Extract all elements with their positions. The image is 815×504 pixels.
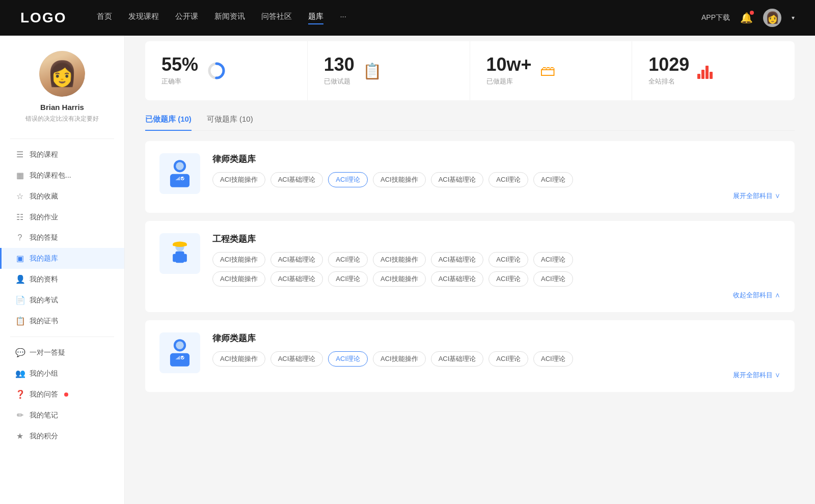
- list-icon: 📋: [363, 62, 382, 80]
- notification-bell[interactable]: 🔔: [740, 12, 753, 24]
- tag-eng-11[interactable]: ACI基础理论: [431, 271, 484, 287]
- nav-open-courses[interactable]: 公开课: [175, 12, 198, 24]
- tag-lawyer2-1[interactable]: ACI基础理论: [270, 351, 323, 367]
- nav-qa[interactable]: 问答社区: [261, 12, 292, 24]
- sidebar-item-groups[interactable]: 👥 我的小组: [0, 363, 124, 384]
- bank-tags-lawyer-2: ACI技能操作 ACI基础理论 ACI理论 ACI技能操作 ACI基础理论 AC…: [212, 351, 780, 367]
- nav-home[interactable]: 首页: [97, 12, 112, 24]
- bank-content-engineer: 工程类题库 ACI技能操作 ACI基础理论 ACI理论 ACI技能操作 ACI基…: [212, 233, 780, 300]
- tag-lawyer2-5[interactable]: ACI理论: [488, 351, 528, 367]
- tag-eng-1[interactable]: ACI基础理论: [270, 252, 323, 267]
- stats-row: 55% 正确率 130 已做试题 📋 10w+ 已做题库: [145, 41, 795, 100]
- question-bank-icon: ▣: [15, 254, 24, 263]
- bank-icon-lawyer-1: [159, 153, 200, 194]
- nav-discover[interactable]: 发现课程: [128, 12, 159, 24]
- svg-point-14: [176, 341, 184, 349]
- svg-rect-11: [183, 254, 187, 262]
- bar-chart-icon: [697, 63, 713, 79]
- tag-eng-0[interactable]: ACI技能操作: [212, 252, 265, 267]
- tag-eng-9[interactable]: ACI理论: [328, 271, 368, 287]
- homework-icon: ☷: [15, 212, 24, 222]
- stat-accuracy: 55% 正确率: [145, 41, 308, 100]
- sidebar-item-question-bank[interactable]: ▣ 我的题库: [0, 248, 124, 269]
- tag-lawyer1-6[interactable]: ACI理论: [533, 172, 573, 187]
- my-questions-icon: ❓: [15, 389, 24, 399]
- one-on-one-icon: 💬: [15, 348, 24, 357]
- bank-icon-lawyer-2: [159, 332, 200, 373]
- tag-lawyer2-3[interactable]: ACI技能操作: [373, 351, 426, 367]
- main-content: 我的题库 体验剩余23天！ 55% 正确率 130 已做试题 📋: [125, 0, 815, 415]
- tag-eng-13[interactable]: ACI理论: [533, 271, 573, 287]
- tag-lawyer1-3[interactable]: ACI技能操作: [373, 172, 426, 187]
- sidebar: 👩 Brian Harris 错误的决定比没有决定要好 ☰ 我的课程 ▦ 我的课…: [0, 36, 125, 415]
- tag-eng-5[interactable]: ACI理论: [488, 252, 528, 267]
- tag-lawyer1-0[interactable]: ACI技能操作: [212, 172, 265, 187]
- tag-lawyer2-6[interactable]: ACI理论: [533, 351, 573, 367]
- bank-title-engineer: 工程类题库: [212, 233, 780, 245]
- courses-icon: ☰: [15, 150, 24, 159]
- stat-banks: 10w+ 已做题库 🗃: [470, 41, 633, 100]
- expand-link-lawyer-2[interactable]: 展开全部科目 ∨: [212, 371, 780, 380]
- profile-motto: 错误的决定比没有决定要好: [10, 115, 114, 123]
- stat-exercises-number: 130: [324, 55, 355, 74]
- sidebar-item-favorites[interactable]: ☆ 我的收藏: [0, 186, 124, 207]
- tag-lawyer1-2[interactable]: ACI理论: [328, 172, 368, 187]
- bank-card-lawyer-1: 律师类题库 ACI技能操作 ACI基础理论 ACI理论 ACI技能操作 ACI基…: [145, 141, 795, 213]
- sidebar-item-course-pkg[interactable]: ▦ 我的课程包...: [0, 165, 124, 186]
- svg-rect-9: [175, 251, 184, 263]
- tag-eng-6[interactable]: ACI理论: [533, 252, 573, 267]
- user-menu-chevron[interactable]: ▾: [792, 14, 795, 21]
- logo[interactable]: LOGO: [20, 10, 66, 26]
- tag-lawyer2-4[interactable]: ACI基础理论: [431, 351, 484, 367]
- tag-eng-3[interactable]: ACI技能操作: [373, 252, 426, 267]
- bank-card-engineer: 工程类题库 ACI技能操作 ACI基础理论 ACI理论 ACI技能操作 ACI基…: [145, 221, 795, 312]
- tag-eng-12[interactable]: ACI理论: [488, 271, 528, 287]
- stat-accuracy-text: 55% 正确率: [161, 55, 198, 86]
- tab-done-banks[interactable]: 已做题库 (10): [145, 115, 192, 130]
- stat-ranking: 1029 全站排名: [632, 41, 795, 100]
- sidebar-item-certificates[interactable]: 📋 我的证书: [0, 311, 124, 331]
- nav-question-bank[interactable]: 题库: [308, 12, 323, 24]
- questions-icon: ?: [15, 233, 24, 242]
- sidebar-item-questions[interactable]: ? 我的答疑: [0, 228, 124, 248]
- collapse-link-engineer[interactable]: 收起全部科目 ∧: [212, 291, 780, 300]
- sidebar-item-one-on-one[interactable]: 💬 一对一答疑: [0, 342, 124, 363]
- svg-point-4: [176, 162, 184, 170]
- exams-icon: 📄: [15, 295, 24, 305]
- tag-eng-2[interactable]: ACI理论: [328, 252, 368, 267]
- bank-tags-engineer-row2: ACI技能操作 ACI基础理论 ACI理论 ACI技能操作 ACI基础理论 AC…: [212, 271, 780, 287]
- sidebar-item-my-questions[interactable]: ❓ 我的问答: [0, 384, 124, 405]
- sidebar-item-exams[interactable]: 📄 我的考试: [0, 290, 124, 311]
- tag-lawyer2-2[interactable]: ACI理论: [328, 351, 368, 367]
- donut-chart-icon: [206, 61, 227, 81]
- tag-lawyer1-1[interactable]: ACI基础理论: [270, 172, 323, 187]
- nav-more[interactable]: ···: [340, 12, 346, 24]
- stat-banks-number: 10w+: [486, 55, 532, 74]
- tag-lawyer1-5[interactable]: ACI理论: [488, 172, 528, 187]
- tab-available-banks[interactable]: 可做题库 (10): [207, 115, 253, 130]
- tag-eng-7[interactable]: ACI技能操作: [212, 271, 265, 287]
- nav-news[interactable]: 新闻资讯: [214, 12, 245, 24]
- tag-eng-10[interactable]: ACI技能操作: [373, 271, 426, 287]
- notes-icon: ✏: [15, 410, 24, 415]
- tag-lawyer1-4[interactable]: ACI基础理论: [431, 172, 484, 187]
- sidebar-item-homework[interactable]: ☷ 我的作业: [0, 207, 124, 228]
- sidebar-divider-1: [10, 138, 114, 139]
- sidebar-item-notes[interactable]: ✏ 我的笔记: [0, 405, 124, 415]
- tag-eng-4[interactable]: ACI基础理论: [431, 252, 484, 267]
- bank-content-lawyer-1: 律师类题库 ACI技能操作 ACI基础理论 ACI理论 ACI技能操作 ACI基…: [212, 153, 780, 201]
- tag-eng-8[interactable]: ACI基础理论: [270, 271, 323, 287]
- bank-card-lawyer-2: 律师类题库 ACI技能操作 ACI基础理论 ACI理论 ACI技能操作 ACI基…: [145, 320, 795, 392]
- stat-exercises: 130 已做试题 📋: [308, 41, 470, 100]
- stat-exercises-text: 130 已做试题: [324, 55, 355, 86]
- favorites-icon: ☆: [15, 191, 24, 201]
- tag-lawyer2-0[interactable]: ACI技能操作: [212, 351, 265, 367]
- sidebar-item-courses[interactable]: ☰ 我的课程: [0, 144, 124, 165]
- certificates-icon: 📋: [15, 316, 24, 326]
- user-avatar[interactable]: 👩: [763, 9, 781, 27]
- app-download-link[interactable]: APP下载: [701, 13, 730, 22]
- expand-link-lawyer-1[interactable]: 展开全部科目 ∨: [212, 191, 780, 201]
- profile-info-icon: 👤: [15, 274, 24, 284]
- sidebar-divider-2: [10, 337, 114, 337]
- sidebar-item-profile-info[interactable]: 👤 我的资料: [0, 269, 124, 290]
